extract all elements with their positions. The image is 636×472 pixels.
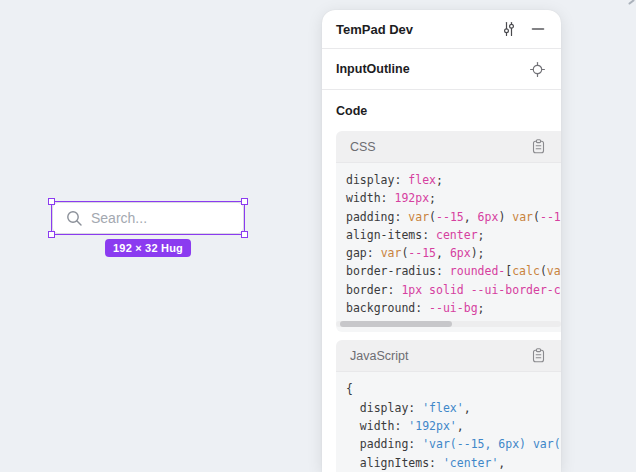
code-line: gap: var(--15, 6px);: [346, 244, 561, 262]
selection-handle-bottom-right[interactable]: [241, 231, 248, 238]
code-line: border-radius: rounded-[calc(var(--round…: [346, 262, 561, 280]
sliders-icon[interactable]: [501, 21, 517, 37]
selection-handle-top-left[interactable]: [48, 198, 55, 205]
code-line: align-items: center;: [346, 226, 561, 244]
search-input[interactable]: [91, 210, 221, 226]
search-input-component[interactable]: [52, 202, 244, 234]
javascript-block-label: JavaScript: [350, 349, 532, 363]
scrollbar-thumb[interactable]: [340, 321, 452, 327]
copy-clipboard-icon[interactable]: [532, 139, 545, 154]
cursor-artifact: [628, 0, 635, 5]
code-line: {: [346, 380, 561, 398]
minimize-icon[interactable]: [531, 22, 545, 36]
code-line: border: 1px solid --ui-border-color;: [346, 281, 561, 299]
panel-title: TemPad Dev: [336, 22, 501, 37]
css-code-body: display: flex;width: 192px;padding: var(…: [336, 163, 561, 332]
selection-handle-bottom-left[interactable]: [48, 231, 55, 238]
css-code-block: CSS display: flex;width: 192px;padding: …: [336, 131, 561, 332]
code-line: alignItems: 'center',: [346, 454, 561, 472]
code-line: display: flex;: [346, 171, 561, 189]
search-icon: [66, 210, 83, 227]
code-line: width: '192px',: [346, 417, 561, 435]
css-block-header: CSS: [336, 131, 561, 163]
javascript-block-header: JavaScript: [336, 340, 561, 372]
javascript-code-body: { display: 'flex', width: '192px', paddi…: [336, 372, 561, 472]
css-block-label: CSS: [350, 140, 532, 154]
code-line: padding: 'var(--15, 6px) var(--15, 6px)'…: [346, 435, 561, 453]
selection-handle-top-right[interactable]: [241, 198, 248, 205]
component-row: InputOutline: [322, 49, 561, 90]
component-name: InputOutline: [336, 62, 530, 76]
javascript-code-block: JavaScript { display: 'flex', width: '19…: [336, 340, 561, 472]
horizontal-scrollbar[interactable]: [336, 321, 561, 327]
code-line: padding: var(--15, 6px) var(--15, 6px);: [346, 208, 561, 226]
code-line: display: 'flex',: [346, 399, 561, 417]
code-section-title: Code: [336, 104, 547, 118]
tempad-dev-panel: TemPad Dev InputOutline: [322, 10, 561, 472]
size-badge: 192 × 32 Hug: [105, 239, 191, 257]
code-line: background: --ui-bg;: [346, 299, 561, 317]
panel-header: TemPad Dev: [322, 10, 561, 49]
code-line: width: 192px;: [346, 189, 561, 207]
copy-clipboard-icon[interactable]: [532, 348, 545, 363]
crosshair-icon[interactable]: [530, 62, 545, 77]
